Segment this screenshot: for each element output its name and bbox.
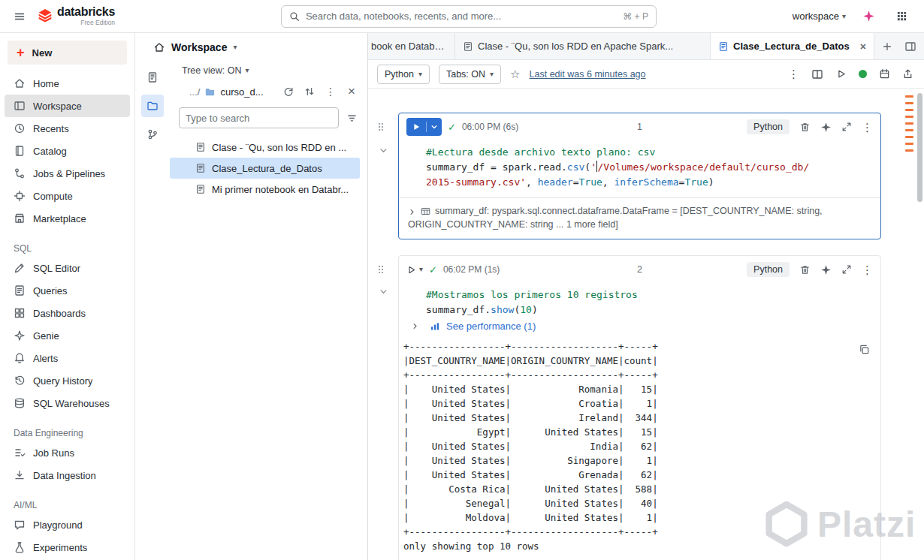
file-item[interactable]: Clase - ¨Qu, son los RDD en ... <box>170 137 360 158</box>
sidebar-section-sql: SQL <box>0 243 134 254</box>
sidebar-item-sql-warehouses[interactable]: SQL Warehouses <box>5 392 130 414</box>
new-tab-button[interactable] <box>874 33 900 59</box>
sidebar-item-recents[interactable]: Recents <box>5 117 130 140</box>
sidebar-item-playground[interactable]: Playground <box>5 513 130 536</box>
drag-handle-icon[interactable] <box>377 121 385 133</box>
toggle-right-panel-icon[interactable] <box>904 41 916 53</box>
workspace-browser-panel: Workspace ▾ Tree view: ON ▾ <box>135 33 368 560</box>
sidebar-item-workspace[interactable]: Workspace <box>5 95 130 117</box>
new-button[interactable]: + New <box>8 41 127 65</box>
sidebar-item-query-history[interactable]: Query History <box>5 369 130 392</box>
sidebar-item-job-runs[interactable]: Job Runs <box>5 441 130 464</box>
sidebar-item-marketplace[interactable]: Marketplace <box>5 207 130 230</box>
refresh-icon[interactable] <box>280 86 297 97</box>
sidebar-item-alerts[interactable]: Alerts <box>5 347 130 369</box>
flask-icon <box>14 541 26 553</box>
cell-language-chip[interactable]: Python <box>747 119 790 134</box>
run-all-icon[interactable] <box>835 68 847 80</box>
sidebar-item-compute[interactable]: Compute <box>5 185 130 207</box>
assistant-sparkle-icon[interactable] <box>820 264 832 275</box>
expand-cell-icon[interactable] <box>841 264 852 275</box>
copy-output-icon[interactable] <box>859 344 870 355</box>
breadcrumb-ellipsis[interactable]: .../ <box>189 86 200 98</box>
compute-status-indicator[interactable] <box>859 70 867 78</box>
language-select[interactable]: Python ▾ <box>377 65 430 84</box>
run-cell-button[interactable]: ▾ <box>406 265 423 275</box>
filter-icon[interactable] <box>343 113 360 124</box>
play-icon[interactable] <box>406 118 426 136</box>
databricks-logo[interactable]: databricks Free Edition <box>38 6 115 26</box>
share-export-icon[interactable] <box>902 68 913 80</box>
run-options-chevron-icon[interactable]: ▾ <box>419 266 423 273</box>
file-item[interactable]: Mi primer notebook en Databr... <box>170 179 360 200</box>
notebooks-rail-icon[interactable] <box>141 66 164 89</box>
drag-handle-icon[interactable] <box>377 263 385 275</box>
tab-clase-rdd[interactable]: Clase - ¨Qu, son los RDD en Apache Spark… <box>455 33 711 59</box>
sidebar-item-catalog[interactable]: Catalog <box>5 140 130 162</box>
delete-cell-icon[interactable] <box>799 122 811 133</box>
assistant-sparkle-icon[interactable] <box>858 6 879 27</box>
store-icon <box>14 212 26 224</box>
expand-cell-icon[interactable] <box>841 122 852 132</box>
last-edit-link[interactable]: Last edit was 6 minutes ago <box>530 69 646 80</box>
layout-split-icon[interactable] <box>811 68 823 80</box>
tab-clase-lectura-de-datos[interactable]: Clase_Lectura_de_Datos × <box>711 33 874 59</box>
workspace-switcher-menu[interactable]: workspace ▾ <box>793 11 846 22</box>
sidebar-section-ai-ml: AI/ML <box>0 500 134 510</box>
schedule-calendar-icon[interactable] <box>879 68 890 80</box>
tabs-mode-select[interactable]: Tabs: ON ▾ <box>439 65 501 84</box>
chevron-down-icon: ▾ <box>245 67 249 74</box>
kebab-menu-icon[interactable]: ⋮ <box>862 264 873 275</box>
code-editor[interactable]: #Lectura desde archivo texto plano: csv … <box>399 140 880 197</box>
workflow-icon <box>14 167 26 179</box>
global-search-box[interactable]: ⌘ + P <box>281 5 657 28</box>
repos-rail-icon[interactable] <box>141 123 164 146</box>
hamburger-menu-icon[interactable] <box>9 6 30 27</box>
collapse-cell-icon[interactable] <box>379 146 388 155</box>
file-item-selected[interactable]: Clase_Lectura_de_Datos <box>170 158 360 179</box>
sidebar-item-genie[interactable]: Genie <box>5 324 130 347</box>
sidebar-item-dashboards[interactable]: Dashboards <box>5 302 130 324</box>
folder-rail-icon[interactable] <box>141 95 164 117</box>
sidebar-item-queries[interactable]: Queries <box>5 279 130 302</box>
cell-language-chip[interactable]: Python <box>747 262 790 277</box>
tree-view-toggle[interactable]: Tree view: ON ▾ <box>170 62 360 80</box>
assistant-sparkle-icon[interactable] <box>820 122 832 133</box>
run-options-chevron-icon[interactable] <box>427 118 442 136</box>
chevron-right-icon[interactable] <box>408 208 416 216</box>
sidebar-item-data-ingestion[interactable]: Data Ingestion <box>5 464 130 486</box>
workspace-rail <box>135 62 170 560</box>
delete-cell-icon[interactable] <box>799 264 811 275</box>
sort-icon[interactable] <box>301 86 318 97</box>
workspace-icon <box>14 100 26 112</box>
run-cell-button[interactable] <box>406 118 442 136</box>
kebab-menu-icon[interactable]: ⋮ <box>322 86 339 98</box>
kebab-menu-icon[interactable]: ⋮ <box>788 68 799 80</box>
tree-search-input[interactable] <box>179 107 339 128</box>
close-tab-icon[interactable]: × <box>860 41 866 52</box>
sidebar-item-sql-editor[interactable]: SQL Editor <box>5 257 130 279</box>
notebook-toolbar: Python ▾ Tabs: ON ▾ ☆ Last edit was 6 mi… <box>368 60 924 89</box>
notebook-canvas: ✓ 06:00 PM (6s) 1 Python <box>368 89 924 560</box>
scrollbar[interactable] <box>917 93 922 202</box>
close-panel-icon[interactable]: × <box>343 84 360 99</box>
code-line: #Lectura desde archivo texto plano: csv <box>426 145 873 160</box>
kebab-menu-icon[interactable]: ⋮ <box>862 122 873 133</box>
favorite-star-icon[interactable]: ☆ <box>510 68 520 81</box>
tab-mi-primer-notebook[interactable]: book en Databricks <box>368 33 455 59</box>
topbar-center: ⌘ + P <box>122 5 785 28</box>
chevron-right-icon[interactable] <box>411 322 419 330</box>
collapse-cell-icon[interactable] <box>379 287 388 297</box>
search-input[interactable] <box>306 11 617 22</box>
see-performance-link[interactable]: See performance (1) <box>446 321 536 332</box>
notebook-icon <box>195 142 206 152</box>
databricks-app: databricks Free Edition ⌘ + P workspace … <box>0 0 924 560</box>
breadcrumb-folder[interactable]: curso_d... <box>220 86 263 98</box>
sidebar-item-jobs-pipelines[interactable]: Jobs & Pipelines <box>5 162 130 185</box>
apps-grid-icon[interactable] <box>891 6 912 27</box>
sidebar-item-home[interactable]: Home <box>5 72 130 95</box>
workspace-panel-header[interactable]: Workspace ▾ <box>135 33 367 62</box>
code-editor[interactable]: #Mostramos los primeros 10 registros sum… <box>399 283 880 319</box>
sidebar-item-experiments[interactable]: Experiments <box>5 536 130 558</box>
overview-ruler-marks <box>905 95 913 156</box>
